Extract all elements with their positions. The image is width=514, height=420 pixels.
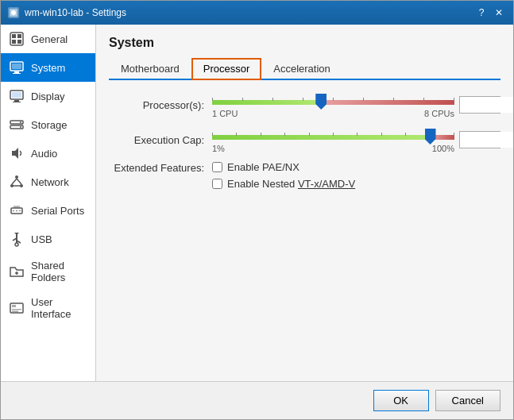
- exec-min-label: 1%: [212, 144, 225, 153]
- tick: [423, 98, 424, 101]
- sidebar-label-serial-ports: Serial Ports: [31, 205, 84, 217]
- tab-acceleration[interactable]: Acceleration: [261, 58, 342, 80]
- svg-point-19: [20, 126, 21, 128]
- display-icon: [9, 88, 25, 104]
- main-content: General System: [1, 25, 513, 381]
- sidebar-label-general: General: [31, 33, 68, 45]
- enable-pae-nx-label: Enable PAE/NX: [227, 161, 300, 173]
- serial-ports-icon: [9, 202, 25, 218]
- exec-max-label: 100%: [432, 144, 454, 153]
- tick: [309, 133, 310, 136]
- vtx-underline: VT-x/AMD-V: [298, 178, 355, 190]
- tab-bar: Motherboard Processor Acceleration: [109, 58, 500, 80]
- sidebar-item-network[interactable]: Network: [1, 168, 95, 196]
- sidebar-item-system[interactable]: System: [1, 53, 95, 82]
- settings-window: wm-win10-lab - Settings ? ✕: [0, 0, 514, 420]
- sidebar-item-display[interactable]: Display: [1, 82, 95, 110]
- exec-thumb[interactable]: [425, 129, 436, 144]
- svg-rect-10: [14, 71, 19, 73]
- svg-rect-42: [12, 311, 18, 313]
- svg-point-30: [19, 210, 21, 212]
- shared-folders-icon: [9, 264, 25, 279]
- processor-thumb[interactable]: [315, 94, 327, 110]
- processor-min-label: 1 CPU: [212, 109, 238, 118]
- right-panel: System Motherboard Processor Acceleratio…: [96, 25, 513, 381]
- tick: [212, 133, 213, 136]
- svg-rect-41: [12, 309, 21, 310]
- svg-rect-7: [17, 40, 21, 44]
- execution-cap-label: Execution Cap:: [109, 134, 212, 146]
- sidebar-item-usb[interactable]: USB: [1, 225, 95, 253]
- tick: [357, 133, 357, 136]
- exec-range-labels: 1% 100%: [212, 144, 454, 153]
- tick: [242, 98, 243, 101]
- svg-marker-20: [12, 148, 18, 159]
- extended-features-label: Extended Features:: [109, 161, 212, 174]
- sidebar-item-user-interface[interactable]: User Interface: [1, 290, 95, 326]
- tab-processor[interactable]: Processor: [191, 58, 262, 80]
- tick: [381, 133, 382, 136]
- general-icon: [9, 31, 25, 47]
- enable-vtx-item: Enable Nested VT-x/AMD-V: [212, 178, 355, 190]
- execution-cap-row: Execution Cap:: [109, 126, 500, 153]
- processors-value[interactable]: [460, 97, 513, 113]
- help-button[interactable]: ?: [473, 6, 489, 20]
- spacer: [109, 193, 500, 370]
- sidebar-item-serial-ports[interactable]: Serial Ports: [1, 196, 95, 225]
- title-buttons: ? ✕: [473, 6, 507, 20]
- svg-rect-9: [12, 64, 21, 69]
- sidebar-item-audio[interactable]: Audio: [1, 139, 95, 168]
- svg-rect-11: [13, 73, 21, 74]
- title-bar-left: wm-win10-lab - Settings: [7, 6, 126, 19]
- enable-pae-nx-checkbox[interactable]: [212, 162, 222, 172]
- svg-point-2: [11, 10, 16, 15]
- processor-range-labels: 1 CPU 8 CPUs: [212, 109, 454, 118]
- svg-rect-5: [12, 40, 16, 44]
- processor-max-label: 8 CPUs: [424, 109, 454, 118]
- sidebar-label-user-interface: User Interface: [31, 296, 87, 320]
- ok-button[interactable]: OK: [373, 390, 429, 411]
- tick: [261, 133, 261, 136]
- enable-pae-nx-item: Enable PAE/NX: [212, 161, 355, 173]
- svg-point-36: [15, 243, 18, 246]
- app-icon: [7, 6, 20, 19]
- svg-point-28: [13, 210, 14, 212]
- processors-row: Processor(s):: [109, 91, 500, 118]
- system-icon: [9, 60, 25, 75]
- panel-title: System: [109, 36, 500, 50]
- tab-motherboard[interactable]: Motherboard: [109, 58, 191, 80]
- sidebar-label-storage: Storage: [31, 119, 68, 131]
- tick: [333, 133, 334, 136]
- tick: [454, 133, 454, 136]
- tick: [405, 133, 406, 136]
- svg-rect-31: [14, 206, 20, 208]
- extended-features-checks: Enable PAE/NX Enable Nested VT-x/AMD-V: [212, 161, 355, 190]
- svg-rect-40: [12, 305, 16, 307]
- svg-point-29: [16, 210, 17, 212]
- enable-vtx-checkbox[interactable]: [212, 179, 222, 189]
- tick: [333, 98, 334, 101]
- usb-icon: [9, 231, 25, 247]
- cancel-button[interactable]: Cancel: [435, 390, 500, 411]
- user-interface-icon: [9, 300, 25, 316]
- storage-icon: [9, 117, 25, 133]
- svg-rect-6: [17, 34, 21, 38]
- processors-spinbox: ▲ ▼: [459, 96, 500, 114]
- processors-label: Processor(s):: [109, 99, 212, 111]
- processor-slider-area: 1 CPU 8 CPUs: [212, 91, 454, 118]
- sidebar-item-general[interactable]: General: [1, 25, 95, 53]
- sidebar-label-usb: USB: [31, 233, 52, 245]
- audio-icon: [9, 145, 25, 161]
- exec-ticks: [212, 133, 454, 136]
- execution-cap-control: 1% 100% ▲ ▼: [212, 126, 500, 153]
- execution-slider-area: 1% 100%: [212, 126, 454, 153]
- close-button[interactable]: ✕: [491, 6, 507, 20]
- exec-cap-value[interactable]: [460, 132, 513, 148]
- enable-vtx-label: Enable Nested VT-x/AMD-V: [227, 178, 355, 190]
- tick: [236, 133, 237, 136]
- sidebar-label-shared-folders: Shared Folders: [31, 260, 87, 283]
- sidebar-item-shared-folders[interactable]: Shared Folders: [1, 253, 95, 290]
- svg-point-18: [20, 121, 21, 123]
- sidebar-item-storage[interactable]: Storage: [1, 110, 95, 139]
- svg-rect-15: [13, 102, 21, 102]
